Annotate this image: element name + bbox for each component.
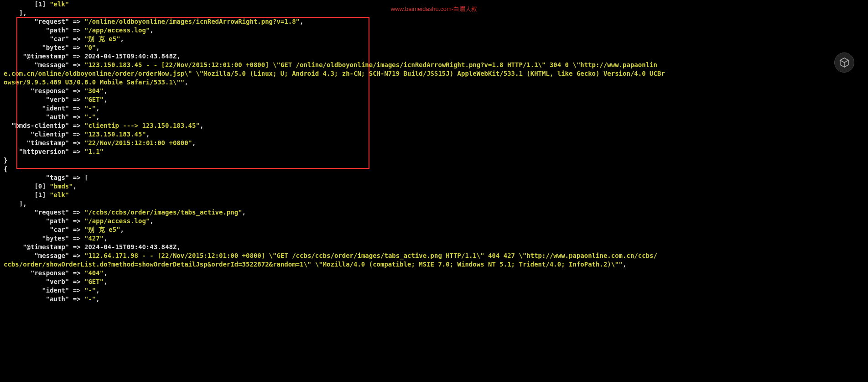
text-segment: "bytes" => bbox=[4, 44, 84, 51]
terminal-line: "verb" => "GET", bbox=[4, 95, 864, 104]
terminal-line: owser/9.9.5.489 U3/0.8.0 Mobile Safari/5… bbox=[4, 78, 864, 87]
text-segment: "path" => bbox=[4, 217, 84, 225]
text-segment: , bbox=[150, 217, 153, 225]
text-segment: "22/Nov/2015:12:01:00 +0800" bbox=[84, 139, 192, 147]
text-segment: { bbox=[4, 165, 7, 173]
text-segment: ], bbox=[4, 200, 27, 207]
text-segment: owser/9.9.5.489 U3/0.8.0 Mobile Safari/5… bbox=[4, 78, 184, 86]
text-segment: , bbox=[120, 226, 124, 233]
text-segment: , bbox=[104, 269, 107, 277]
text-segment: "request" => bbox=[4, 18, 84, 25]
text-segment: "message" => bbox=[4, 61, 84, 68]
text-segment: "112.64.171.98 - - [22/Nov/2015:12:01:00… bbox=[84, 252, 657, 259]
terminal-line: "timestamp" => "22/Nov/2015:12:01:00 +08… bbox=[4, 139, 864, 147]
text-segment: } bbox=[4, 157, 7, 164]
text-segment: "auth" => bbox=[4, 295, 84, 303]
terminal-line: "bytes" => "0", bbox=[4, 43, 864, 52]
text-segment: ccbs/order/showOrderList.do?method=showO… bbox=[4, 261, 623, 268]
text-segment: , bbox=[150, 26, 153, 34]
text-segment: "别 克 e5" bbox=[84, 226, 120, 233]
terminal-line: "request" => "/online/oldboyonline/image… bbox=[4, 17, 864, 26]
terminal-line: "response" => "304", bbox=[4, 87, 864, 95]
terminal-line: "bytes" => "427", bbox=[4, 234, 864, 243]
text-segment: , bbox=[120, 35, 124, 42]
terminal-line: [0] "bmds", bbox=[4, 182, 864, 191]
text-segment: "message" => bbox=[4, 252, 84, 259]
text-segment: , bbox=[104, 278, 107, 285]
terminal-line: } bbox=[4, 156, 864, 165]
text-segment: "ident" => bbox=[4, 287, 84, 294]
text-segment: , bbox=[96, 287, 99, 294]
terminal-line: "auth" => "-", bbox=[4, 295, 864, 304]
text-segment: "-" bbox=[84, 287, 96, 294]
text-segment: "bytes" => bbox=[4, 235, 84, 242]
text-segment: "别 克 e5" bbox=[84, 35, 120, 42]
text-segment: "1.1" bbox=[84, 148, 104, 155]
text-segment: [0] bbox=[4, 183, 50, 190]
text-segment: "0" bbox=[84, 44, 96, 51]
text-segment: , bbox=[184, 78, 188, 86]
text-segment: "verb" => bbox=[4, 96, 84, 103]
terminal-line: "tags" => [ bbox=[4, 173, 864, 182]
terminal-line: "ident" => "-", bbox=[4, 104, 864, 113]
terminal-line: "car" => "别 克 e5", bbox=[4, 35, 864, 43]
text-segment: "/ccbs/ccbs/order/images/tabs_active.png… bbox=[84, 209, 242, 216]
terminal-line: "car" => "别 克 e5", bbox=[4, 225, 864, 234]
terminal-line: "request" => "/ccbs/ccbs/order/images/ta… bbox=[4, 208, 864, 217]
text-segment: "bmds" bbox=[50, 183, 73, 190]
text-segment: "httpversion" => bbox=[4, 148, 84, 155]
text-segment: "elk" bbox=[50, 191, 69, 199]
text-segment: "/app/access.log" bbox=[84, 26, 150, 34]
text-segment: , bbox=[96, 105, 99, 112]
text-segment: "car" => bbox=[4, 35, 84, 42]
cube-icon[interactable] bbox=[834, 52, 854, 73]
text-segment: "@timestamp" => 2024-04-15T09:40:43.848Z… bbox=[4, 243, 181, 251]
text-segment: , bbox=[104, 96, 107, 103]
text-segment: [1] bbox=[4, 0, 50, 8]
text-segment: , bbox=[192, 139, 196, 147]
text-segment: , bbox=[104, 235, 107, 242]
text-segment: "timestamp" => bbox=[4, 139, 84, 147]
terminal-output: [1] "elk" ], "request" => "/online/oldbo… bbox=[0, 0, 868, 304]
text-segment: , bbox=[96, 113, 99, 120]
terminal-line: "path" => "/app/access.log", bbox=[4, 26, 864, 35]
terminal-line: "message" => "123.150.183.45 - - [22/Nov… bbox=[4, 61, 864, 69]
terminal-line: ], bbox=[4, 199, 864, 208]
terminal-line: { bbox=[4, 165, 864, 173]
text-segment: "-" bbox=[84, 113, 96, 120]
text-segment: "GET" bbox=[84, 96, 104, 103]
terminal-line: "httpversion" => "1.1" bbox=[4, 147, 864, 156]
text-segment: e.com.cn/online/oldboyonline/order/order… bbox=[4, 70, 665, 77]
text-segment: "GET" bbox=[84, 278, 104, 285]
text-segment: "elk" bbox=[50, 0, 69, 8]
text-segment: , bbox=[242, 209, 246, 216]
text-segment: "123.150.183.45" bbox=[84, 131, 146, 138]
text-segment: , bbox=[146, 131, 150, 138]
terminal-line: "response" => "404", bbox=[4, 269, 864, 277]
text-segment: , bbox=[300, 18, 303, 25]
text-segment: "verb" => bbox=[4, 278, 84, 285]
terminal-line: "auth" => "-", bbox=[4, 113, 864, 121]
text-segment: , bbox=[73, 183, 77, 190]
terminal-line: "@timestamp" => 2024-04-15T09:40:43.848Z… bbox=[4, 52, 864, 61]
text-segment: "request" => bbox=[4, 209, 84, 216]
text-segment: "clientip" => bbox=[4, 131, 84, 138]
terminal-line: "path" => "/app/access.log", bbox=[4, 217, 864, 225]
terminal-line: [1] "elk" bbox=[4, 191, 864, 199]
text-segment: "-" bbox=[84, 295, 96, 303]
text-segment: "ident" => bbox=[4, 105, 84, 112]
text-segment: "tags" => [ bbox=[4, 174, 88, 181]
text-segment: "response" => bbox=[4, 269, 84, 277]
text-segment: , bbox=[96, 295, 99, 303]
terminal-line: "verb" => "GET", bbox=[4, 277, 864, 286]
text-segment: "404" bbox=[84, 269, 104, 277]
watermark-text: www.baimeidashu.com-白眉大叔 bbox=[391, 5, 477, 13]
text-segment: [1] bbox=[4, 191, 50, 199]
text-segment: ], bbox=[4, 9, 27, 16]
terminal-line: ccbs/order/showOrderList.do?method=showO… bbox=[4, 260, 864, 269]
text-segment: "path" => bbox=[4, 26, 84, 34]
text-segment: "304" bbox=[84, 87, 104, 94]
text-segment: , bbox=[623, 261, 626, 268]
terminal-line: e.com.cn/online/oldboyonline/order/order… bbox=[4, 69, 864, 78]
text-segment: "car" => bbox=[4, 226, 84, 233]
